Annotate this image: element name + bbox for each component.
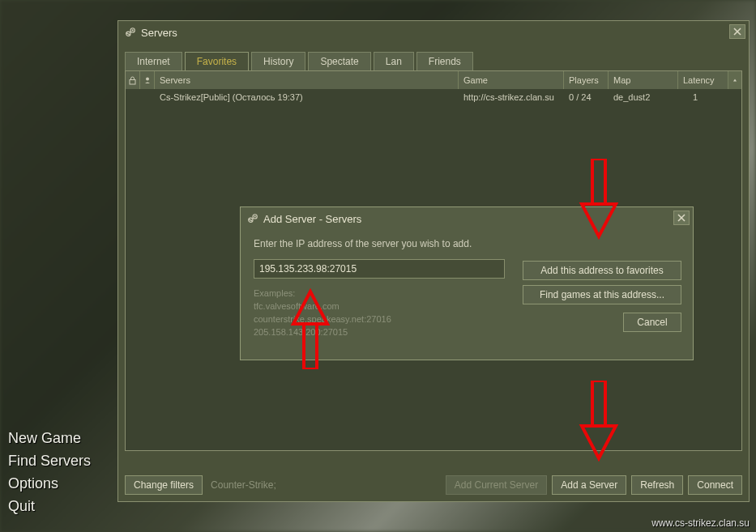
column-bot-icon[interactable] [140,71,155,89]
tab-internet[interactable]: Internet [125,52,182,70]
servers-title: Servers [141,27,177,39]
column-headers: Servers Game Players Map Latency [126,71,741,89]
main-menu: New Game Find Servers Options Quit [8,427,91,517]
close-button[interactable] [729,24,745,39]
refresh-button[interactable]: Refresh [631,475,683,495]
dialog-title: Add Server - Servers [263,213,361,225]
add-a-server-button[interactable]: Add a Server [552,475,626,495]
filter-text: Counter-Strike; [211,479,276,491]
add-current-server-button: Add Current Server [446,475,547,495]
menu-new-game[interactable]: New Game [8,427,91,449]
column-lock-icon[interactable] [126,71,140,89]
tab-friends[interactable]: Friends [416,52,473,70]
cell-server-name: Cs-Strikez[Public] (Осталось 19:37) [155,92,459,102]
add-server-dialog: Add Server - Servers Enter the IP addres… [240,206,694,360]
dialog-titlebar[interactable]: Add Server - Servers [241,207,693,230]
watermark: www.cs-strikez.clan.su [651,517,750,529]
connect-button[interactable]: Connect [688,475,742,495]
svg-point-2 [132,29,134,31]
bottom-bar: Change filters Counter-Strike; Add Curre… [125,475,742,495]
column-latency[interactable]: Latency [678,71,728,89]
tab-lan[interactable]: Lan [374,52,414,70]
cell-players: 0 / 24 [564,92,609,102]
servers-titlebar[interactable]: Servers [118,21,749,44]
dialog-prompt: Enter the IP address of the server you w… [254,238,680,249]
tab-history[interactable]: History [251,52,305,70]
ip-address-input[interactable] [254,259,505,279]
svg-marker-8 [733,79,737,82]
tabs: Internet Favorites History Spectate Lan … [125,52,742,70]
svg-point-11 [254,215,256,217]
menu-find-servers[interactable]: Find Servers [8,449,91,472]
scroll-up-icon[interactable] [728,71,741,89]
cancel-button[interactable]: Cancel [623,313,681,332]
tab-favorites[interactable]: Favorites [185,52,249,70]
cell-map: de_dust2 [609,92,678,102]
cell-game: http://cs-strikez.clan.su [459,92,564,102]
menu-quit[interactable]: Quit [8,495,91,517]
column-servers[interactable]: Servers [155,71,459,89]
menu-options[interactable]: Options [8,472,91,495]
find-games-button[interactable]: Find games at this address... [523,285,681,304]
steam-icon [247,213,258,224]
dialog-close-button[interactable] [673,211,690,225]
cell-latency: 1 [678,92,728,102]
svg-rect-6 [130,79,135,84]
table-row[interactable]: Cs-Strikez[Public] (Осталось 19:37) http… [126,89,741,105]
add-to-favorites-button[interactable]: Add this address to favorites [523,261,681,280]
column-map[interactable]: Map [609,71,678,89]
tab-spectate[interactable]: Spectate [308,52,370,70]
column-players[interactable]: Players [564,71,609,89]
column-game[interactable]: Game [459,71,564,89]
steam-icon [125,27,136,38]
change-filters-button[interactable]: Change filters [125,475,203,495]
svg-point-7 [146,78,149,81]
